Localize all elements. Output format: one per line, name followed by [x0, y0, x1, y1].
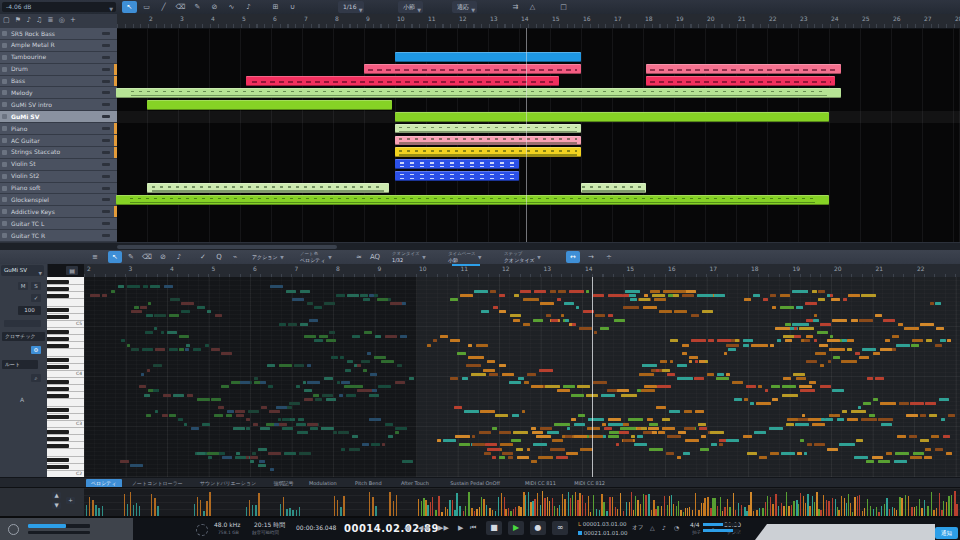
- velocity-bar[interactable]: [544, 498, 545, 517]
- midi-note[interactable]: [609, 431, 619, 434]
- track-row[interactable]: GuMi SV intro: [0, 99, 117, 111]
- midi-note[interactable]: [724, 352, 728, 355]
- velocity-lane[interactable]: [84, 487, 960, 517]
- listen-tool-button[interactable]: ♪: [241, 1, 256, 13]
- return-to-start-button[interactable]: ⏮: [470, 524, 476, 532]
- midi-note[interactable]: [363, 369, 368, 372]
- split-tool-button[interactable]: ╱: [156, 1, 171, 13]
- midi-note[interactable]: [443, 439, 457, 442]
- midi-note[interactable]: [859, 319, 873, 322]
- solo-button[interactable]: S: [31, 282, 41, 290]
- knob-icon[interactable]: [8, 524, 19, 535]
- midi-note[interactable]: [215, 314, 222, 317]
- midi-note[interactable]: [297, 431, 308, 434]
- midi-note[interactable]: [873, 398, 878, 401]
- midi-note[interactable]: [185, 348, 189, 351]
- midi-note[interactable]: [649, 423, 658, 426]
- midi-note[interactable]: [743, 339, 753, 342]
- midi-note[interactable]: [717, 373, 724, 376]
- clip[interactable]: [147, 100, 392, 110]
- velocity-bar[interactable]: [948, 496, 949, 517]
- velocity-bar[interactable]: [805, 503, 806, 517]
- midi-note[interactable]: [604, 427, 612, 430]
- midi-note[interactable]: [153, 389, 160, 392]
- midi-note[interactable]: [319, 335, 328, 338]
- midi-note[interactable]: [920, 323, 933, 326]
- midi-note[interactable]: [626, 423, 629, 426]
- track-row[interactable]: Guitar TC R: [0, 230, 117, 242]
- mute-button[interactable]: M: [18, 282, 28, 290]
- midi-note[interactable]: [726, 373, 730, 376]
- midi-note[interactable]: [322, 394, 334, 397]
- velocity-bar[interactable]: [765, 502, 766, 517]
- black-key[interactable]: [47, 330, 69, 334]
- midi-note[interactable]: [333, 431, 337, 434]
- midi-note[interactable]: [511, 439, 521, 442]
- midi-note[interactable]: [574, 423, 586, 426]
- midi-note[interactable]: [925, 448, 931, 451]
- midi-note[interactable]: [576, 306, 579, 309]
- midi-note[interactable]: [765, 389, 768, 392]
- midi-note[interactable]: [787, 418, 799, 421]
- midi-note[interactable]: [812, 290, 817, 293]
- midi-note[interactable]: [701, 435, 706, 438]
- clip[interactable]: [395, 112, 829, 122]
- midi-note[interactable]: [883, 319, 895, 322]
- midi-note[interactable]: [536, 435, 551, 438]
- midi-note[interactable]: [814, 443, 825, 446]
- midi-note[interactable]: [639, 298, 649, 301]
- midi-note[interactable]: [222, 456, 233, 459]
- midi-note[interactable]: [697, 294, 713, 297]
- midi-note[interactable]: [726, 439, 739, 442]
- midi-note[interactable]: [935, 302, 940, 305]
- prev-marker-button[interactable]: ◀: [404, 524, 409, 532]
- midi-note[interactable]: [170, 298, 180, 301]
- midi-note[interactable]: [602, 423, 606, 426]
- midi-note[interactable]: [666, 452, 674, 455]
- midi-note[interactable]: [489, 373, 499, 376]
- track-row[interactable]: Glockenspiel: [0, 194, 117, 206]
- velocity-bar[interactable]: [664, 496, 665, 517]
- midi-note[interactable]: [347, 360, 353, 363]
- midi-note[interactable]: [514, 294, 519, 297]
- midi-note[interactable]: [338, 431, 349, 434]
- velocity-bar[interactable]: [575, 492, 576, 517]
- midi-note[interactable]: [527, 373, 535, 376]
- midi-note[interactable]: [472, 435, 476, 438]
- midi-note[interactable]: [586, 290, 589, 293]
- midi-note[interactable]: [608, 423, 623, 426]
- midi-note[interactable]: [139, 385, 146, 388]
- velocity-bar[interactable]: [562, 494, 563, 517]
- midi-note[interactable]: [855, 352, 860, 355]
- paint-tool-button[interactable]: ✎: [190, 1, 205, 13]
- note-divide-icon[interactable]: ÷: [602, 251, 616, 263]
- midi-note[interactable]: [144, 394, 150, 397]
- midi-note[interactable]: [533, 319, 543, 322]
- midi-note[interactable]: [677, 456, 682, 459]
- midi-note[interactable]: [268, 385, 273, 388]
- midi-note[interactable]: [691, 314, 700, 317]
- midi-note[interactable]: [523, 298, 539, 301]
- timebase-dropdown[interactable]: 小節▼: [398, 1, 423, 13]
- track-row[interactable]: Tambourine: [0, 52, 117, 64]
- midi-note[interactable]: [683, 452, 690, 455]
- record-button[interactable]: ●: [530, 521, 546, 535]
- midi-note[interactable]: [546, 314, 551, 317]
- midi-note[interactable]: [792, 290, 807, 293]
- velocity-bar[interactable]: [209, 492, 210, 517]
- midi-note[interactable]: [547, 431, 560, 434]
- clip[interactable]: [646, 64, 841, 74]
- midi-note[interactable]: [564, 302, 575, 305]
- midi-note[interactable]: [873, 352, 881, 355]
- midi-note[interactable]: [433, 339, 437, 342]
- velocity-bar[interactable]: [124, 494, 125, 517]
- midi-note[interactable]: [711, 443, 717, 446]
- midi-note[interactable]: [500, 443, 508, 446]
- midi-note[interactable]: [608, 418, 621, 421]
- midi-note[interactable]: [347, 294, 359, 297]
- midi-note[interactable]: [260, 427, 270, 430]
- midi-note[interactable]: [827, 294, 830, 297]
- midi-note[interactable]: [523, 323, 530, 326]
- midi-note[interactable]: [296, 423, 305, 426]
- velocity-bar[interactable]: [750, 492, 751, 517]
